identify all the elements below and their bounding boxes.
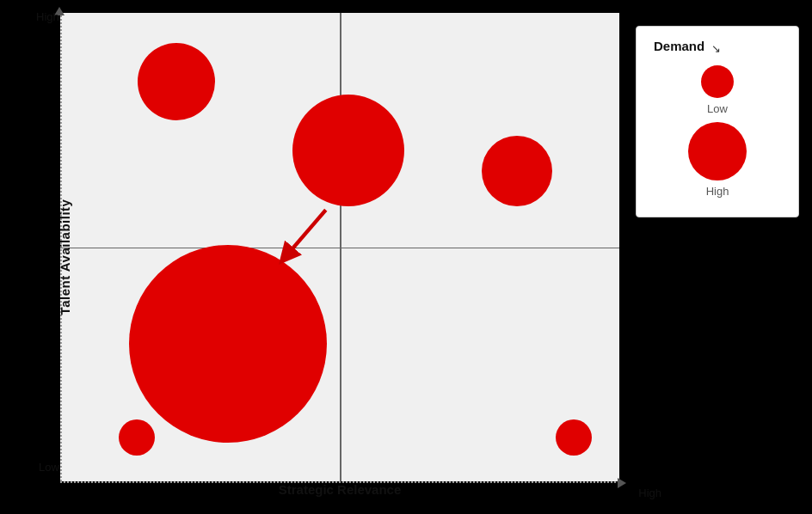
bubble-b1 <box>138 43 215 120</box>
bubble-b6 <box>556 419 592 456</box>
svg-line-1 <box>286 210 326 256</box>
bubble-b5 <box>119 419 155 456</box>
legend-title: Demand <box>654 39 704 53</box>
legend-high-row: High <box>654 122 781 201</box>
y-axis-high-label: High <box>36 10 59 23</box>
legend-bubble-high <box>688 122 747 181</box>
x-axis-label: Strategic Relevance <box>60 482 619 497</box>
legend-arrow-icon: ↘ <box>711 42 721 55</box>
y-axis-low-label: Low <box>39 461 59 474</box>
legend-low-row: Low <box>654 65 781 115</box>
x-axis-high-label: High <box>638 486 661 499</box>
bubble-b4 <box>129 245 327 443</box>
legend-box: Demand ↘ Low High <box>636 26 799 217</box>
legend-low-label: Low <box>707 102 728 115</box>
chart-container: Talent Availability Strategic Relevance … <box>0 0 812 514</box>
legend-bubble-low <box>701 65 734 98</box>
legend-high-label: High <box>706 185 729 198</box>
chart-annotation-arrow <box>267 205 331 269</box>
bubble-b2 <box>292 95 404 206</box>
y-axis-label: Talent Availability <box>58 199 72 315</box>
vertical-divider <box>340 13 341 481</box>
bubble-b3 <box>482 136 552 206</box>
